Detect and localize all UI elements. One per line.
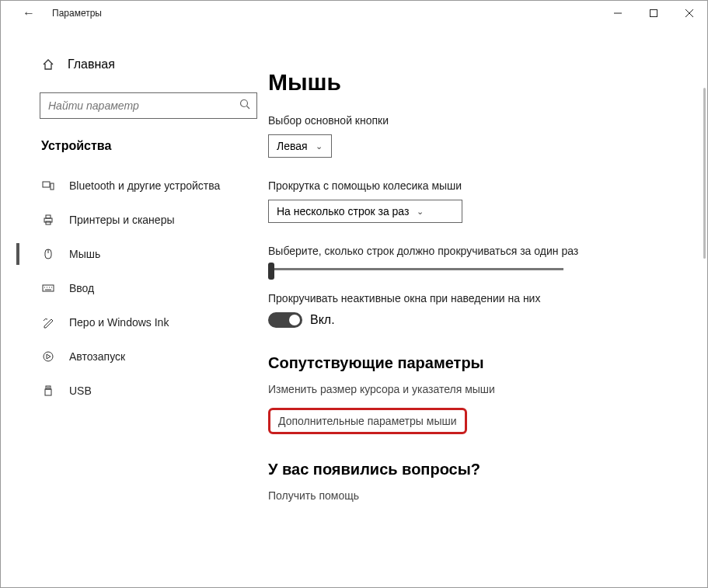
svg-rect-1: [650, 10, 657, 17]
chevron-down-icon: ⌄: [417, 207, 424, 217]
primary-button-label: Выбор основной кнопки: [268, 114, 692, 127]
scroll-label: Прокрутка с помощью колесика мыши: [268, 179, 692, 192]
inactive-label: Прокручивать неактивные окна при наведен…: [268, 292, 692, 304]
scrollbar[interactable]: [703, 88, 706, 259]
arrow-left-icon: ←: [23, 6, 35, 20]
select-value: Левая: [277, 140, 308, 152]
svg-rect-7: [51, 183, 54, 190]
sidebar-item-autoplay[interactable]: Автозапуск: [16, 339, 257, 374]
sidebar-item-label: Перо и Windows Ink: [69, 316, 169, 329]
sidebar-item-typing[interactable]: Ввод: [16, 271, 257, 305]
sidebar-item-label: Ввод: [69, 282, 94, 294]
lines-slider[interactable]: [268, 268, 563, 270]
window-title: Параметры: [52, 8, 102, 19]
maximize-button[interactable]: [636, 1, 671, 26]
sidebar-item-mouse[interactable]: Мышь: [16, 237, 257, 271]
keyboard-icon: [41, 282, 55, 294]
sidebar-item-label: USB: [69, 384, 92, 397]
sidebar-item-printers[interactable]: Принтеры и сканеры: [16, 203, 257, 237]
scroll-group: Прокрутка с помощью колесика мыши На нес…: [268, 179, 692, 223]
settings-window: ← Параметры Главная: [0, 0, 708, 588]
section-title: Устройства: [41, 139, 257, 153]
autoplay-icon: [41, 350, 55, 363]
home-icon: [41, 58, 55, 71]
primary-button-select[interactable]: Левая ⌄: [268, 134, 332, 158]
inactive-toggle-row: Вкл.: [268, 312, 692, 328]
titlebar: ← Параметры: [1, 1, 707, 26]
search-input[interactable]: [48, 99, 239, 112]
primary-button-group: Выбор основной кнопки Левая ⌄: [268, 114, 692, 158]
printer-icon: [41, 214, 55, 226]
devices-icon: [41, 179, 55, 192]
chevron-down-icon: ⌄: [316, 141, 323, 151]
sidebar-item-usb[interactable]: USB: [16, 374, 257, 408]
window-controls: [600, 1, 707, 26]
help-heading: У вас появились вопросы?: [268, 461, 692, 478]
sidebar-item-label: Принтеры и сканеры: [69, 214, 174, 226]
svg-rect-13: [43, 285, 54, 291]
mouse-icon: [41, 248, 55, 260]
inactive-group: Прокручивать неактивные окна при наведен…: [268, 292, 692, 328]
maximize-icon: [650, 9, 657, 17]
sidebar: Главная Устройства Bluetooth и другие ус…: [1, 26, 265, 587]
related-heading: Сопутствующие параметры: [268, 354, 692, 372]
home-label: Главная: [68, 57, 115, 71]
usb-icon: [41, 384, 55, 397]
close-icon: [685, 9, 693, 17]
svg-rect-21: [45, 389, 51, 395]
search-icon: [239, 99, 250, 113]
close-button[interactable]: [671, 1, 707, 26]
back-button[interactable]: ←: [16, 1, 41, 26]
home-link[interactable]: Главная: [41, 49, 257, 80]
sidebar-item-label: Мышь: [69, 248, 100, 260]
minimize-button[interactable]: [600, 1, 636, 26]
link-advanced-mouse[interactable]: Дополнительные параметры мыши: [278, 415, 457, 427]
body: Главная Устройства Bluetooth и другие ус…: [1, 26, 707, 587]
content: Мышь Выбор основной кнопки Левая ⌄ Прокр…: [265, 26, 707, 587]
svg-point-4: [241, 100, 248, 107]
lines-group: Выберите, сколько строк должно прокручив…: [268, 245, 692, 270]
toggle-knob: [289, 315, 300, 325]
lines-label: Выберите, сколько строк должно прокручив…: [268, 245, 692, 257]
page-title: Мышь: [268, 69, 692, 96]
svg-rect-9: [46, 215, 51, 218]
scroll-select[interactable]: На несколько строк за раз ⌄: [268, 200, 462, 223]
svg-point-19: [44, 352, 53, 361]
link-cursor-size[interactable]: Изменить размер курсора и указателя мыши: [268, 383, 692, 395]
select-value: На несколько строк за раз: [277, 205, 409, 217]
slider-thumb[interactable]: [268, 263, 274, 280]
pen-icon: [41, 316, 55, 329]
svg-rect-6: [43, 182, 50, 187]
inactive-toggle[interactable]: [268, 312, 302, 328]
highlight-annotation: Дополнительные параметры мыши: [268, 408, 467, 434]
link-get-help[interactable]: Получить помощь: [268, 489, 692, 502]
sidebar-item-label: Bluetooth и другие устройства: [69, 179, 220, 192]
sidebar-item-bluetooth[interactable]: Bluetooth и другие устройства: [16, 169, 257, 203]
sidebar-item-pen[interactable]: Перо и Windows Ink: [16, 305, 257, 339]
toggle-state-text: Вкл.: [310, 313, 335, 327]
sidebar-item-label: Автозапуск: [69, 350, 125, 363]
svg-rect-20: [46, 386, 51, 389]
minimize-icon: [614, 9, 622, 17]
search-box[interactable]: [40, 92, 257, 119]
svg-line-5: [247, 106, 250, 110]
